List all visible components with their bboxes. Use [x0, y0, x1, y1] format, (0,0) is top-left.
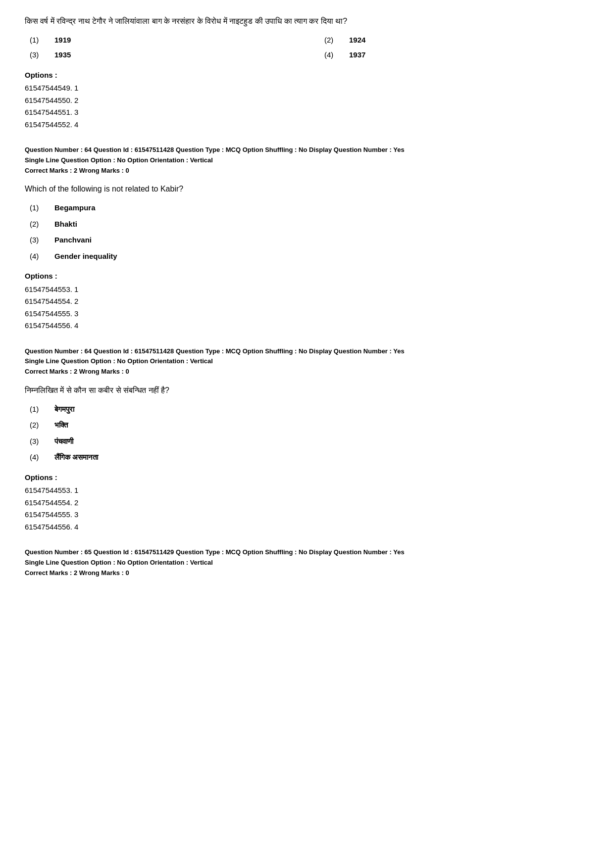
- q63-option-codes: 61547544549. 1 61547544550. 2 6154754455…: [25, 83, 589, 130]
- q63-option-2-num: (2): [324, 35, 339, 46]
- q64-hi-option-2: (2) भक्ति: [30, 420, 589, 431]
- q64-en-option-4: (4) Gender inequality: [30, 251, 589, 262]
- q64-hi-option-1-val: बेगमपुरा: [54, 404, 74, 415]
- question-64-english: Which of the following is not related to…: [25, 183, 589, 331]
- q63-option-3: (3) 1935: [30, 49, 295, 61]
- q63-code-2: 61547544550. 2: [25, 95, 589, 106]
- q64-meta: Question Number : 64 Question Id : 61547…: [25, 145, 589, 176]
- q64-en-option-2: (2) Bhakti: [30, 219, 589, 230]
- q63-option-4: (4) 1937: [324, 49, 589, 61]
- q64-meta-line3: Correct Marks : 2 Wrong Marks : 0: [25, 166, 589, 176]
- q64-en-code-3: 61547544555. 3: [25, 308, 589, 320]
- q63-option-3-val: 1935: [54, 49, 71, 61]
- q64-en-option-3-val: Panchvani: [54, 235, 92, 246]
- q63-code-1: 61547544549. 1: [25, 83, 589, 94]
- q63-options-grid: (1) 1919 (2) 1924 (3) 1935 (4) 1937: [25, 35, 589, 61]
- q64-hi-options-label: Options :: [25, 472, 589, 483]
- question-64-hindi: निम्नलिखित में से कौन सा कबीर से संबन्धि…: [25, 384, 589, 532]
- q64-hi-code-2: 61547544554. 2: [25, 497, 589, 509]
- q64-en-option-2-num: (2): [30, 219, 45, 230]
- q64-en-option-codes: 61547544553. 1 61547544554. 2 6154754455…: [25, 284, 589, 332]
- q63-code-3: 61547544551. 3: [25, 107, 589, 118]
- q64-en-option-1-val: Begampura: [54, 202, 96, 214]
- question-63-hindi: किस वर्ष में रविन्द्र नाथ टेगौर ने जालिय…: [25, 15, 589, 130]
- q63-question-text: किस वर्ष में रविन्द्र नाथ टेगौर ने जालिय…: [25, 15, 589, 28]
- q64-en-option-1: (1) Begampura: [30, 202, 589, 214]
- q64-hi-code-4: 61547544556. 4: [25, 522, 589, 533]
- q64-hi-options: (1) बेगमपुरा (2) भक्ति (3) पंचवाणी (4) ल…: [25, 404, 589, 463]
- q64-hi-option-3-val: पंचवाणी: [54, 436, 73, 447]
- q64-en-option-3-num: (3): [30, 235, 45, 246]
- q64-en-options-label: Options :: [25, 271, 589, 282]
- q64-en-options: (1) Begampura (2) Bhakti (3) Panchvani (…: [25, 202, 589, 262]
- q64-meta-line1: Question Number : 64 Question Id : 61547…: [25, 145, 589, 155]
- q63-option-3-num: (3): [30, 49, 45, 61]
- q64-hi-code-1: 61547544553. 1: [25, 485, 589, 496]
- q65-meta-line1: Question Number : 65 Question Id : 61547…: [25, 547, 589, 558]
- q63-option-1-num: (1): [30, 35, 45, 46]
- q64-en-question-text: Which of the following is not related to…: [25, 183, 589, 195]
- q63-option-1-val: 1919: [54, 35, 71, 46]
- q63-option-4-num: (4): [324, 49, 339, 61]
- q64-hi-option-3: (3) पंचवाणी: [30, 436, 589, 447]
- q64-hi-option-codes: 61547544553. 1 61547544554. 2 6154754455…: [25, 485, 589, 532]
- q64-en-code-1: 61547544553. 1: [25, 284, 589, 295]
- q64-hi-option-4: (4) लैंगिक असमानता: [30, 452, 589, 463]
- q64-en-option-4-val: Gender inequality: [54, 251, 117, 262]
- q64-hi-option-4-num: (4): [30, 452, 45, 463]
- q64-meta2-line2: Single Line Question Option : No Option …: [25, 356, 589, 367]
- q64-en-option-2-val: Bhakti: [54, 219, 77, 230]
- q63-code-4: 61547544552. 4: [25, 119, 589, 131]
- q64-hi-option-3-num: (3): [30, 436, 45, 447]
- q64-en-code-4: 61547544556. 4: [25, 320, 589, 332]
- q64-en-option-4-num: (4): [30, 251, 45, 262]
- q63-option-1: (1) 1919: [30, 35, 295, 46]
- q64-meta2: Question Number : 64 Question Id : 61547…: [25, 346, 589, 377]
- q65-meta: Question Number : 65 Question Id : 61547…: [25, 547, 589, 578]
- q64-hi-option-4-val: लैंगिक असमानता: [54, 452, 98, 463]
- q63-option-2-val: 1924: [349, 35, 365, 46]
- q64-hi-option-2-num: (2): [30, 420, 45, 431]
- q64-en-option-1-num: (1): [30, 202, 45, 214]
- q64-meta2-line1: Question Number : 64 Question Id : 61547…: [25, 346, 589, 357]
- q64-hi-option-1: (1) बेगमपुरा: [30, 404, 589, 415]
- q64-hi-question-text: निम्नलिखित में से कौन सा कबीर से संबन्धि…: [25, 384, 589, 397]
- q65-meta-line2: Single Line Question Option : No Option …: [25, 558, 589, 568]
- q63-option-4-val: 1937: [349, 49, 365, 61]
- q64-en-option-3: (3) Panchvani: [30, 235, 589, 246]
- q64-hi-code-3: 61547544555. 3: [25, 509, 589, 521]
- q64-hi-option-2-val: भक्ति: [54, 420, 68, 431]
- q63-options-label: Options :: [25, 70, 589, 81]
- q64-meta-line2: Single Line Question Option : No Option …: [25, 155, 589, 166]
- q65-meta-line3: Correct Marks : 2 Wrong Marks : 0: [25, 568, 589, 579]
- q64-hi-option-1-num: (1): [30, 404, 45, 415]
- q64-meta2-line3: Correct Marks : 2 Wrong Marks : 0: [25, 367, 589, 377]
- q64-en-code-2: 61547544554. 2: [25, 296, 589, 307]
- q63-option-2: (2) 1924: [324, 35, 589, 46]
